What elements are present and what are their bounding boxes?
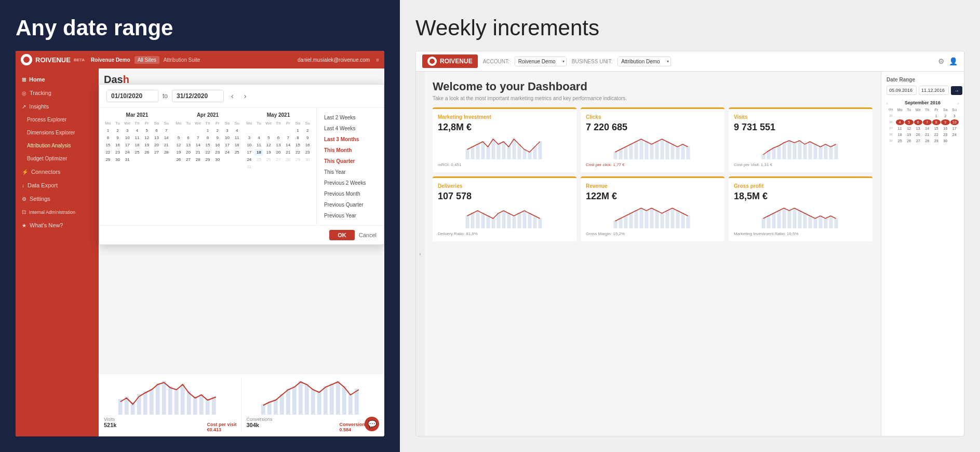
dr-apply-btn[interactable]: → (951, 86, 962, 95)
april-title: Apr 2021 (174, 112, 241, 118)
svg-rect-79 (476, 210, 480, 228)
account-select[interactable]: Roivenue Demo (515, 57, 567, 66)
svg-rect-58 (671, 144, 675, 159)
internal-admin-icon: ⊡ (22, 209, 26, 215)
svg-rect-21 (292, 386, 296, 415)
svg-rect-38 (497, 144, 501, 159)
svg-rect-105 (681, 213, 685, 228)
sidebar-item-whats-new[interactable]: ★ What's New? (16, 218, 99, 232)
data-export-icon: ↓ (22, 183, 24, 188)
metric-card-gross-profit: Gross profit 18,5M € (729, 176, 872, 241)
preset-last-3-months[interactable]: Last 3 Months (317, 134, 384, 145)
svg-rect-18 (273, 399, 277, 415)
svg-rect-75 (829, 146, 833, 159)
sidebar-item-settings[interactable]: ⚙ Settings (16, 192, 99, 206)
preset-prev-quarter[interactable]: Previous Quarter (317, 199, 384, 210)
chat-bubble-btn[interactable]: 💬 (365, 417, 379, 431)
svg-rect-84 (502, 210, 506, 228)
sidebar-label-settings: Settings (30, 196, 50, 202)
chart-conversions: Conversions 304k Conversions ratio0.584 (247, 378, 380, 432)
date-prev-btn[interactable]: ‹ (228, 91, 237, 101)
topbar-site: Roivenue Demo (91, 57, 130, 63)
svg-rect-36 (487, 146, 490, 159)
mini-cal-grid: Wk Mo Tu We Th Fr Sa Su 35 (887, 107, 959, 144)
date-next-btn[interactable]: › (241, 91, 250, 101)
preset-prev-month[interactable]: Previous Month (317, 188, 384, 199)
sidebar-item-home[interactable]: ⊞ Home (16, 73, 99, 86)
sidebar-toggle-btn[interactable]: ‹ (416, 72, 424, 436)
preset-this-month[interactable]: This Month (317, 145, 384, 156)
preset-last-4-weeks[interactable]: Last 4 Weeks (317, 123, 384, 134)
date-picker-overlay: to ‹ › Mar 2021 MoTuWeThFrSaSu (99, 84, 384, 245)
mini-cal-next-btn[interactable]: › (958, 102, 959, 105)
preset-last-2-weeks[interactable]: Last 2 Weeks (317, 112, 384, 123)
date-end-input[interactable] (172, 90, 224, 102)
svg-rect-27 (329, 383, 333, 415)
metric-name-clicks: Clicks (586, 114, 719, 120)
insights-icon: ↗ (22, 104, 26, 109)
date-start-input[interactable] (106, 90, 158, 102)
topbar-all-sites[interactable]: All Sites (135, 56, 159, 64)
business-unit-select[interactable]: Attribution Demo (617, 57, 671, 66)
svg-rect-104 (676, 210, 680, 228)
conversions-chart-svg (247, 378, 380, 415)
svg-rect-69 (798, 140, 802, 159)
sidebar-label-whats-new: What's New? (30, 222, 63, 228)
user-icon[interactable]: 👤 (949, 57, 958, 65)
svg-rect-60 (681, 144, 685, 159)
svg-rect-14 (206, 399, 210, 415)
svg-rect-107 (762, 218, 766, 228)
svg-rect-52 (640, 139, 643, 159)
svg-rect-54 (650, 144, 654, 159)
preset-prev-2-weeks[interactable]: Previous 2 Weeks (317, 177, 384, 188)
sidebar-item-attribution[interactable]: Attribution Analysis (16, 139, 99, 152)
svg-rect-34 (476, 144, 480, 159)
svg-rect-31 (354, 389, 358, 415)
preset-this-quarter[interactable]: This Quarter (317, 156, 384, 167)
svg-rect-98 (645, 210, 649, 228)
mini-cal-prev-btn[interactable]: ‹ (887, 102, 888, 105)
sidebar-item-internal-admin[interactable]: ⊡ Internal Administration (16, 206, 99, 218)
svg-rect-10 (181, 383, 185, 415)
svg-rect-50 (629, 144, 633, 159)
sidebar-item-process-explorer[interactable]: Process Explorer (16, 113, 99, 126)
left-panel: Any date range ROIVENUE BETA Roivenue De… (0, 0, 400, 452)
topbar-menu-icon[interactable]: ≡ (376, 57, 379, 63)
sidebar-item-dimensions-explorer[interactable]: Dimensions Explorer (16, 126, 99, 139)
svg-rect-35 (481, 141, 485, 159)
date-ok-button[interactable]: OK (329, 230, 355, 240)
date-range-inputs: → (887, 86, 959, 95)
gear-icon[interactable]: ⚙ (938, 57, 945, 65)
mini-cal-header-wk: Wk (887, 107, 895, 113)
svg-rect-28 (335, 381, 340, 415)
sidebar-item-budget[interactable]: Budget Optimizer (16, 152, 99, 165)
mini-cal-title: September 2016 (905, 100, 941, 105)
svg-rect-11 (187, 391, 191, 415)
svg-rect-74 (824, 144, 828, 159)
sidebar-item-connectors[interactable]: ⚡ Connectors (16, 165, 99, 179)
preset-prev-year[interactable]: Previous Year (317, 210, 384, 221)
preset-this-year[interactable]: This Year (317, 167, 384, 177)
metric-name-mi: Marketing Investment (438, 114, 571, 120)
sidebar-item-data-export[interactable]: ↓ Data Export (16, 179, 99, 192)
date-picker-footer: OK Cancel (99, 225, 384, 244)
svg-rect-82 (492, 218, 495, 228)
svg-rect-39 (502, 141, 506, 159)
date-cancel-button[interactable]: Cancel (359, 232, 377, 238)
dr-start-input[interactable] (887, 86, 917, 95)
svg-rect-120 (829, 215, 833, 228)
sidebar-item-insights[interactable]: ↗ Insights (16, 100, 99, 113)
svg-rect-108 (767, 215, 771, 228)
dr-end-input[interactable] (919, 86, 949, 95)
right-heading: Weekly increments (415, 16, 964, 40)
svg-rect-16 (261, 404, 265, 415)
sidebar-item-tracking[interactable]: ◎ Tracking (16, 86, 99, 100)
svg-rect-81 (487, 215, 490, 228)
date-range-panel: Date Range → ‹ September 2016 › Wk Mo (881, 72, 964, 436)
date-to-label: to (163, 92, 168, 100)
home-icon: ⊞ (22, 77, 26, 83)
svg-rect-97 (640, 208, 643, 228)
cal-day[interactable]: 1 (103, 127, 113, 134)
metric-value-clicks: 7 220 685 (586, 122, 719, 133)
metric-card-revenue: Revenue 122M € (581, 176, 724, 241)
